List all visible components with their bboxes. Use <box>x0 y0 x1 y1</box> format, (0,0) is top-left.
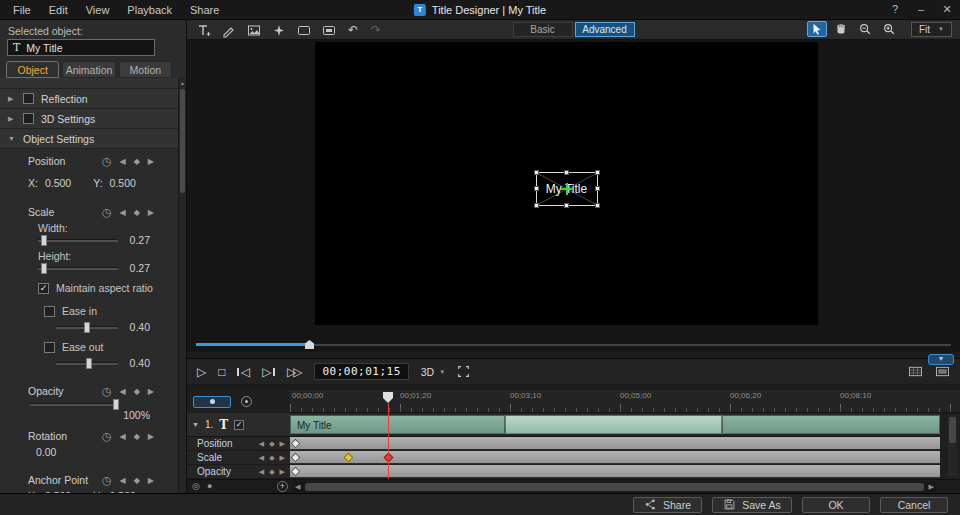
height-slider[interactable] <box>38 267 118 270</box>
undo-button[interactable]: ↶ <box>345 23 361 37</box>
step-forward-button[interactable]: ▷ <box>262 365 275 379</box>
add-keyframe-icon[interactable]: ◆ <box>134 208 140 217</box>
menu-view[interactable]: View <box>77 4 119 16</box>
keyframe-timer-icon[interactable]: ◷ <box>102 155 112 168</box>
grid-overlay-button[interactable] <box>908 365 923 378</box>
keyframe-timer-icon[interactable]: ◷ <box>102 474 112 487</box>
selection-handle[interactable] <box>595 186 600 191</box>
collapse-track-icon[interactable]: ▼ <box>192 421 199 428</box>
dual-preview-button[interactable] <box>935 365 950 378</box>
preview-canvas[interactable]: My Title <box>315 42 818 325</box>
ease-in-row[interactable]: Ease in <box>44 305 97 317</box>
timeline-option-icon[interactable]: ◎ <box>192 481 200 491</box>
next-keyframe-icon[interactable]: ▶ <box>280 440 285 448</box>
frame-button[interactable] <box>295 22 313 38</box>
pen-tool-button[interactable] <box>220 22 238 38</box>
section-reflection[interactable]: ▶ Reflection <box>0 89 178 109</box>
timecode-display[interactable]: 00;00;01;15 <box>314 363 408 380</box>
fast-forward-button[interactable]: ▷▷ <box>287 365 302 379</box>
h-scrollbar-thumb[interactable] <box>305 483 924 491</box>
ease-in-value[interactable]: 0.40 <box>130 321 150 333</box>
add-keyframe-icon[interactable]: ◆ <box>269 468 274 476</box>
ease-out-row[interactable]: Ease out <box>44 341 103 353</box>
tab-motion[interactable]: Motion <box>119 61 172 78</box>
add-keyframe-icon[interactable]: ◆ <box>134 157 140 166</box>
collapse-icon[interactable]: ▼ <box>8 135 16 142</box>
rotation-value[interactable]: 0.00 <box>36 446 56 458</box>
ease-out-checkbox[interactable] <box>44 342 55 353</box>
position-row-header[interactable]: Position ◀ ◆ ▶ <box>187 437 290 451</box>
keyframe-range-button[interactable] <box>193 396 231 408</box>
insert-text-button[interactable] <box>195 22 213 38</box>
ease-in-slider-thumb[interactable] <box>84 322 90 333</box>
selection-handle[interactable] <box>534 186 539 191</box>
next-keyframe-icon[interactable]: ▶ <box>148 432 154 441</box>
selection-handle[interactable] <box>595 170 600 175</box>
particle-effect-button[interactable] <box>270 22 288 38</box>
object-name-field[interactable]: T <box>7 39 155 56</box>
keyframe-marker[interactable] <box>291 453 301 463</box>
next-keyframe-icon[interactable]: ▶ <box>148 208 154 217</box>
share-button[interactable]: Share <box>633 497 702 513</box>
title-clip-segment-2[interactable] <box>505 415 722 434</box>
width-value[interactable]: 0.27 <box>130 234 150 246</box>
add-track-button[interactable]: + <box>277 481 288 492</box>
opacity-row-header[interactable]: Opacity ◀ ◆ ▶ <box>187 465 290 479</box>
timeline-h-scrollbar[interactable]: ◀ ▶ <box>293 482 936 492</box>
collapse-preview-button[interactable]: ▾ <box>928 354 954 365</box>
scroll-right-icon[interactable]: ▶ <box>929 483 934 491</box>
prev-keyframe-icon[interactable]: ◀ <box>259 440 264 448</box>
keyframe-timer-icon[interactable]: ◷ <box>102 385 112 398</box>
preview-scrubber[interactable] <box>196 340 951 349</box>
section-object-settings[interactable]: ▼ Object Settings <box>0 129 178 149</box>
anchor-crosshair[interactable] <box>561 183 573 195</box>
section-3d-settings[interactable]: ▶ 3D Settings <box>0 109 178 129</box>
ease-out-value[interactable]: 0.40 <box>130 357 150 369</box>
prev-keyframe-icon[interactable]: ◀ <box>120 432 126 441</box>
v-scrollbar-thumb[interactable] <box>949 417 956 443</box>
height-value[interactable]: 0.27 <box>130 262 150 274</box>
scroll-up-icon[interactable]: ▲ <box>179 78 186 86</box>
width-slider[interactable] <box>38 239 118 242</box>
prev-keyframe-icon[interactable]: ◀ <box>120 476 126 485</box>
3d-settings-checkbox[interactable] <box>23 113 34 124</box>
prev-keyframe-icon[interactable]: ◀ <box>120 208 126 217</box>
next-keyframe-icon[interactable]: ▶ <box>148 387 154 396</box>
fullscreen-button[interactable] <box>457 365 470 378</box>
scale-row-header[interactable]: Scale ◀ ◆ ▶ <box>187 451 290 465</box>
zoom-out-button[interactable] <box>855 21 875 37</box>
redo-button[interactable]: ↷ <box>368 23 384 37</box>
pan-tool-button[interactable] <box>831 21 851 37</box>
zoom-in-button[interactable] <box>879 21 899 37</box>
keyframe-timer-icon[interactable]: ◷ <box>102 206 112 219</box>
ok-button[interactable]: OK <box>802 497 870 513</box>
advanced-mode-button[interactable]: Advanced <box>575 22 635 37</box>
add-keyframe-icon[interactable]: ◆ <box>134 476 140 485</box>
insert-image-button[interactable] <box>245 22 263 38</box>
track-enabled-checkbox[interactable]: ✓ <box>234 420 244 430</box>
add-keyframe-icon[interactable]: ◆ <box>134 432 140 441</box>
ease-out-slider[interactable] <box>56 362 118 365</box>
add-keyframe-icon[interactable]: ◆ <box>134 387 140 396</box>
step-back-button[interactable]: ◁ <box>237 365 250 379</box>
ease-in-slider[interactable] <box>56 326 118 329</box>
3d-mode-button[interactable]: 3D ▼ <box>421 366 445 378</box>
selection-handle[interactable] <box>564 170 569 175</box>
minimize-button[interactable]: – <box>914 3 928 16</box>
next-keyframe-icon[interactable]: ▶ <box>148 157 154 166</box>
scrubber-thumb[interactable] <box>305 340 314 349</box>
prev-keyframe-icon[interactable]: ◀ <box>120 387 126 396</box>
help-button[interactable]: ? <box>888 3 902 16</box>
tab-object[interactable]: Object <box>6 61 59 78</box>
panel-scrollbar[interactable]: ▲ <box>178 78 186 493</box>
opacity-value[interactable]: 100% <box>123 409 150 421</box>
add-keyframe-icon[interactable]: ◆ <box>269 440 274 448</box>
width-slider-thumb[interactable] <box>41 235 47 246</box>
height-slider-thumb[interactable] <box>41 263 47 274</box>
save-as-button[interactable]: Save As <box>712 497 792 513</box>
menu-edit[interactable]: Edit <box>40 4 77 16</box>
keyframe-marker-selected[interactable] <box>344 453 354 463</box>
expand-icon[interactable]: ▶ <box>8 95 16 103</box>
background-button[interactable] <box>320 22 338 38</box>
title-clip-segment-1[interactable]: My Title <box>290 415 505 434</box>
